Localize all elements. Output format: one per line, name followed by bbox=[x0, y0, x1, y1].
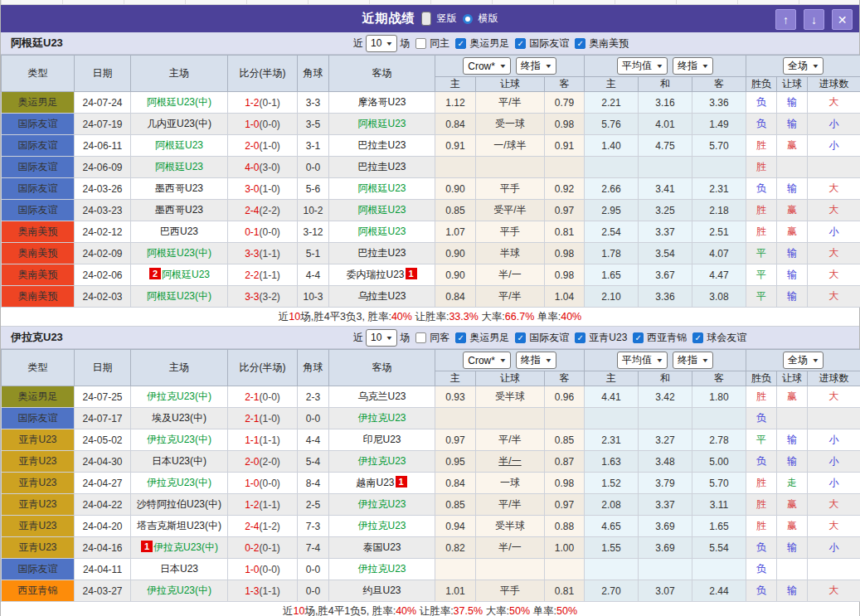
result-winloss: 负 bbox=[746, 559, 777, 580]
halftime-score: (1-0) bbox=[260, 140, 280, 152]
match-row: 奥南美预24-02-09阿根廷U23(中)3-3(1-1)5-1巴拉圭U230.… bbox=[2, 243, 860, 264]
match-row: 亚青U2324-04-161伊拉克U23(中)0-2(0-1)7-4泰国U230… bbox=[2, 537, 860, 559]
away-team-link[interactable]: 乌拉圭U23 bbox=[357, 290, 406, 302]
euro-mode-select-value: 平均值 bbox=[622, 59, 652, 73]
result-goals: 大 bbox=[808, 178, 860, 200]
close-button[interactable]: ✕ bbox=[832, 9, 853, 30]
layout-vertical-radio[interactable] bbox=[421, 12, 431, 26]
away-team-link[interactable]: 摩洛哥U23 bbox=[357, 96, 406, 108]
asian-handicap-line bbox=[476, 157, 545, 178]
scope-select[interactable]: 全场▼ bbox=[783, 352, 824, 369]
euro-mode-select[interactable]: 平均值▼ bbox=[617, 57, 668, 75]
result-handicap: 输 bbox=[777, 243, 808, 264]
match-type-badge: 亚青U23 bbox=[2, 451, 75, 473]
away-team-link[interactable]: 巴拉圭U23 bbox=[357, 139, 406, 151]
asian-away-odds bbox=[545, 157, 585, 178]
home-team-link[interactable]: 阿根廷U23(中) bbox=[147, 290, 211, 302]
away-team-link[interactable]: 阿根廷U23 bbox=[357, 226, 406, 237]
asian-away-odds bbox=[545, 408, 585, 429]
result-goals: 小 bbox=[808, 537, 860, 559]
league-checkbox[interactable]: ✓ bbox=[455, 332, 466, 343]
games-count-select[interactable]: 10▼ bbox=[366, 329, 397, 347]
home-team-link[interactable]: 墨西哥U23 bbox=[155, 204, 203, 216]
away-team-link[interactable]: 委内瑞拉U23 bbox=[346, 269, 404, 280]
away-team-link[interactable]: 伊拉克U23 bbox=[357, 455, 406, 467]
home-team-link[interactable]: 伊拉克U23(中) bbox=[147, 477, 211, 488]
away-team-link[interactable]: 伊拉克U23 bbox=[357, 498, 406, 510]
match-row: 亚青U2324-04-20塔吉克斯坦U23(中)2-4(1-2)7-3伊拉克U2… bbox=[2, 516, 860, 537]
euro-mode-select[interactable]: 平均值▼ bbox=[617, 352, 668, 369]
summary-segment: 40% bbox=[391, 311, 412, 323]
home-team-link[interactable]: 伊拉克U23(中) bbox=[147, 584, 211, 596]
home-team-link[interactable]: 几内亚U23(中) bbox=[147, 118, 211, 129]
away-team-link[interactable]: 阿根廷U23 bbox=[357, 118, 406, 129]
asian-away-odds: 0.81 bbox=[545, 221, 585, 243]
away-team-link[interactable]: 约旦U23 bbox=[362, 584, 401, 596]
home-team-link[interactable]: 阿根廷U23(中) bbox=[147, 247, 211, 259]
halftime-score: (1-0) bbox=[260, 413, 280, 424]
scroll-up-button[interactable]: ↑ bbox=[775, 9, 796, 30]
same-venue-label: 同主 bbox=[430, 36, 449, 51]
away-team-link[interactable]: 伊拉克U23 bbox=[357, 520, 406, 531]
home-team-link[interactable]: 日本U23 bbox=[160, 563, 198, 575]
chevron-down-icon: ▼ bbox=[702, 63, 710, 69]
home-team-link[interactable]: 伊拉克U23(中) bbox=[153, 541, 218, 553]
league-checkbox[interactable]: ✓ bbox=[692, 332, 703, 343]
away-team-link[interactable]: 巴拉圭U23 bbox=[357, 247, 406, 259]
match-row: 西亚青锦24-03-27伊拉克U23(中)1-3(1-1)0-0约旦U231.0… bbox=[2, 580, 860, 602]
home-team-link[interactable]: 伊拉克U23(中) bbox=[147, 390, 211, 402]
euro-home-odds: 4.65 bbox=[585, 516, 639, 537]
match-row: 国际友谊24-03-26墨西哥U233-0(1-0)5-6阿根廷U230.90平… bbox=[2, 178, 860, 200]
euro-stage-select[interactable]: 终指▼ bbox=[673, 352, 713, 369]
home-team-link[interactable]: 伊拉克U23(中) bbox=[147, 434, 211, 445]
games-count-select[interactable]: 10▼ bbox=[366, 35, 397, 52]
scroll-down-button[interactable]: ↓ bbox=[804, 9, 824, 30]
fulltime-score: 3-3 bbox=[245, 291, 259, 303]
away-team-link[interactable]: 巴拉圭U23 bbox=[357, 161, 406, 172]
same-venue-checkbox[interactable] bbox=[415, 332, 426, 343]
away-team-link[interactable]: 乌克兰U23 bbox=[357, 390, 406, 402]
away-team-link[interactable]: 伊拉克U23 bbox=[357, 412, 406, 424]
match-row: 亚青U2324-04-30日本U23(中)2-0(2-0)5-4伊拉克U230.… bbox=[2, 451, 860, 473]
league-checkbox[interactable]: ✓ bbox=[633, 332, 644, 343]
home-team-link[interactable]: 日本U23(中) bbox=[152, 455, 206, 467]
home-team-link[interactable]: 阿根廷U23 bbox=[162, 269, 210, 280]
scope-select[interactable]: 全场▼ bbox=[783, 57, 824, 75]
same-venue-checkbox[interactable] bbox=[415, 38, 426, 49]
asian-provider-select[interactable]: Crow*▼ bbox=[463, 352, 511, 369]
asian-provider-select[interactable]: Crow*▼ bbox=[463, 57, 511, 75]
home-team-link[interactable]: 墨西哥U23 bbox=[155, 182, 203, 194]
away-team-link[interactable]: 阿根廷U23 bbox=[357, 182, 406, 194]
match-date: 24-02-12 bbox=[75, 221, 131, 243]
away-team-link[interactable]: 印尼U23 bbox=[362, 434, 401, 445]
home-team-link[interactable]: 沙特阿拉伯U23(中) bbox=[137, 498, 221, 510]
asian-stage-select[interactable]: 终指▼ bbox=[516, 352, 556, 369]
away-team-link[interactable]: 越南U23 bbox=[356, 477, 394, 488]
league-checkbox[interactable]: ✓ bbox=[515, 332, 526, 343]
asian-away-odds: 0.98 bbox=[545, 114, 585, 135]
home-team-link[interactable]: 塔吉克斯坦U23(中) bbox=[137, 520, 221, 531]
asian-home-odds: 0.91 bbox=[435, 135, 476, 157]
league-checkbox[interactable]: ✓ bbox=[455, 38, 466, 49]
league-checkbox[interactable]: ✓ bbox=[575, 38, 585, 49]
home-team-link[interactable]: 阿根廷U23(中) bbox=[147, 96, 211, 108]
euro-draw-odds bbox=[639, 408, 692, 429]
league-checkbox[interactable]: ✓ bbox=[515, 38, 526, 49]
away-team-link[interactable]: 泰国U23 bbox=[362, 541, 401, 553]
home-team-link[interactable]: 阿根廷U23 bbox=[155, 161, 203, 172]
home-team-link[interactable]: 巴西U23 bbox=[160, 226, 198, 237]
league-checkbox[interactable]: ✓ bbox=[575, 332, 585, 343]
euro-draw-odds: 3.54 bbox=[639, 243, 692, 264]
home-team-cell: 几内亚U23(中) bbox=[131, 114, 228, 135]
odds-group-selects: Crow*▼终指▼ bbox=[435, 352, 584, 369]
match-type-badge: 奥南美预 bbox=[2, 286, 75, 308]
euro-stage-select[interactable]: 终指▼ bbox=[673, 57, 713, 75]
away-team-link[interactable]: 伊拉克U23 bbox=[357, 563, 406, 575]
away-team-link[interactable]: 阿根廷U23 bbox=[357, 204, 406, 216]
layout-horizontal-radio[interactable] bbox=[463, 14, 473, 24]
home-team-link[interactable]: 埃及U23(中) bbox=[152, 412, 206, 424]
result-goals: 小 bbox=[808, 429, 860, 451]
match-row: 国际友谊24-07-19几内亚U23(中)1-0(0-0)3-5阿根廷U230.… bbox=[2, 114, 860, 135]
asian-stage-select[interactable]: 终指▼ bbox=[516, 57, 556, 75]
home-team-link[interactable]: 阿根廷U23 bbox=[155, 139, 203, 151]
